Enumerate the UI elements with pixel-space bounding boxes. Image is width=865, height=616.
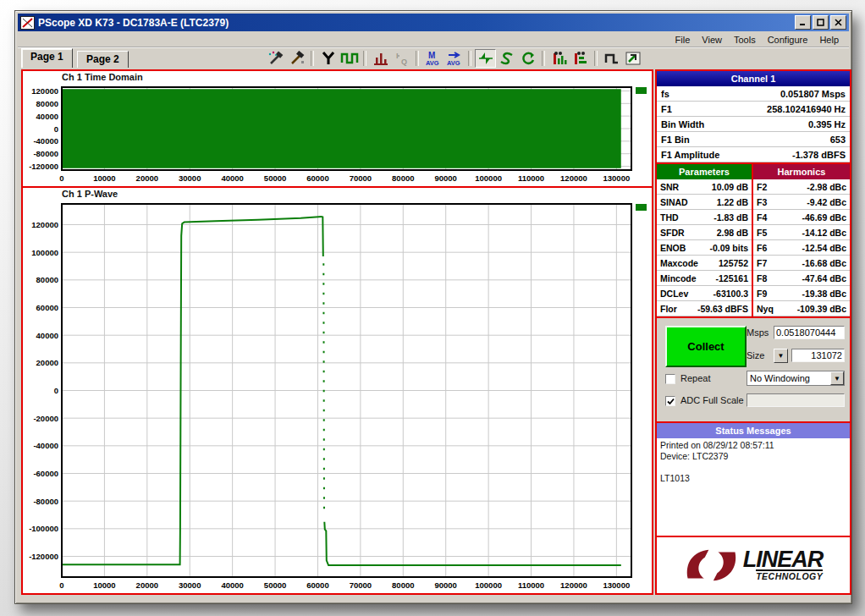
parameters-column: Parameters SNR10.09 dBSINAD1.22 dBTHD-1.… <box>657 164 753 316</box>
svg-text:-80000: -80000 <box>33 149 58 158</box>
size-label: Size <box>747 350 764 360</box>
bars-red-green-icon[interactable] <box>548 49 570 68</box>
filter-icon[interactable] <box>317 49 339 68</box>
iq-icon[interactable]: IQ <box>391 49 412 68</box>
svg-text:-80000: -80000 <box>33 497 58 506</box>
toolbar-separator <box>363 51 366 66</box>
param-row-snr-label: SNR <box>660 182 679 192</box>
export-icon[interactable] <box>622 49 643 68</box>
harmonic-row-f9-label: F9 <box>757 289 767 299</box>
right-panel: Channel 1 fs0.051807 MspsF1258.102416940… <box>655 69 851 595</box>
svg-text:0: 0 <box>54 386 58 395</box>
toolbar: IQMAVGAVG <box>265 48 643 68</box>
param-row-mincode-value: -125161 <box>715 273 748 283</box>
toolbar-separator <box>416 51 419 66</box>
channel1-row-f1-bin-value: 653 <box>830 135 846 145</box>
arrow-avg-icon[interactable]: AVG <box>444 49 465 68</box>
svg-text:-120000: -120000 <box>29 162 58 171</box>
param-row-dclev: DCLev-63100.3 <box>657 286 752 301</box>
svg-text:50000: 50000 <box>264 580 286 590</box>
svg-text:30000: 30000 <box>179 173 201 183</box>
tools-icon[interactable] <box>286 49 307 68</box>
repeat-checkbox[interactable] <box>665 374 675 384</box>
menu-view[interactable]: View <box>696 34 728 46</box>
adc-full-scale-input[interactable] <box>747 393 845 407</box>
harmonic-row-f6-label: F6 <box>757 243 767 253</box>
harmonic-row-f4: F4-46.69 dBc <box>753 210 850 225</box>
menu-file[interactable]: File <box>669 34 697 46</box>
menu-help[interactable]: Help <box>813 34 845 46</box>
toolbar-separator <box>542 51 545 66</box>
loop-icon[interactable] <box>517 49 538 68</box>
svg-text:90000: 90000 <box>434 580 456 590</box>
svg-text:-40000: -40000 <box>33 441 58 450</box>
harmonic-row-f6-value: -12.54 dBc <box>802 243 846 253</box>
svg-text:20000: 20000 <box>36 358 58 367</box>
parameters-rows: SNR10.09 dBSINAD1.22 dBTHD-1.83 dBSFDR2.… <box>657 179 752 316</box>
menu-configure[interactable]: Configure <box>762 34 814 46</box>
channel-color-legend <box>636 204 647 211</box>
channel-color-legend <box>636 87 647 94</box>
m-avg-icon[interactable]: MAVG <box>422 49 444 68</box>
time-domain-chart[interactable]: Ch 1 Time Domain 01000020000300004000050… <box>21 69 653 188</box>
pwave-display-icon[interactable] <box>475 49 496 68</box>
title-bar[interactable]: PScope XD K73 - DC1783A-E (LTC2379) <box>18 14 849 31</box>
minimize-button[interactable] <box>795 15 811 30</box>
param-row-dclev-value: -63100.3 <box>713 289 748 299</box>
harmonic-row-f2-value: -2.98 dBc <box>807 182 846 192</box>
charts-column: Ch 1 Time Domain 01000020000300004000050… <box>21 69 653 595</box>
svg-text:0: 0 <box>59 580 63 590</box>
square-wave-icon[interactable] <box>339 49 360 68</box>
param-row-maxcode-value: 125752 <box>719 258 748 268</box>
bars-green-red-icon[interactable] <box>570 49 591 68</box>
harmonic-row-f7-value: -16.68 dBc <box>802 258 846 268</box>
histogram-icon[interactable] <box>370 49 391 68</box>
collect-button[interactable]: Collect <box>665 326 747 367</box>
param-row-maxcode-label: Maxcode <box>660 258 698 268</box>
pwave-chart[interactable]: Ch 1 P-Wave 0100002000030000400005000060… <box>21 186 653 595</box>
param-row-enob-label: ENOB <box>660 243 686 253</box>
tab-page-2[interactable]: Page 2 <box>77 51 129 68</box>
chevron-down-icon[interactable]: ▼ <box>830 371 844 385</box>
svg-text:120000: 120000 <box>31 86 58 96</box>
channel1-section: Channel 1 fs0.051807 MspsF1258.102416940… <box>657 71 850 164</box>
desktop-background: PScope XD K73 - DC1783A-E (LTC2379) File… <box>0 0 865 616</box>
channel1-row-bin-width-value: 0.395 Hz <box>808 119 846 129</box>
size-input[interactable] <box>791 349 845 362</box>
check-icon <box>667 398 675 405</box>
harmonic-row-f9: F9-19.38 dBc <box>753 286 850 301</box>
menu-bar: FileViewToolsConfigureHelp <box>18 32 849 47</box>
maximize-button[interactable] <box>813 15 829 30</box>
msps-input[interactable] <box>774 326 845 339</box>
time-domain-chart-svg: 0100002000030000400005000060000700008000… <box>23 84 650 184</box>
harmonic-row-f4-value: -46.69 dBc <box>802 212 846 223</box>
harmonic-row-f3-label: F3 <box>757 197 767 207</box>
client-area: Ch 1 Time Domain 01000020000300004000050… <box>18 68 849 601</box>
svg-text:80000: 80000 <box>392 580 414 590</box>
adc-full-scale-checkbox[interactable] <box>665 396 675 406</box>
channel1-row-f1-amplitude-label: F1 Amplitude <box>661 150 719 160</box>
svg-text:10000: 10000 <box>93 580 115 590</box>
status-line: Printed on 08/29/12 08:57:11 <box>660 440 846 451</box>
status-section: Status Messages Printed on 08/29/12 08:5… <box>657 423 850 537</box>
channel1-header: Channel 1 <box>657 71 850 86</box>
menu-tools[interactable]: Tools <box>728 34 762 46</box>
pulse-icon[interactable] <box>601 49 622 68</box>
harmonic-row-f7: F7-16.68 dBc <box>753 256 850 271</box>
param-row-sinad: SINAD1.22 dB <box>657 195 752 210</box>
size-dropdown-button[interactable]: ▼ <box>774 349 788 363</box>
close-button[interactable] <box>830 15 846 30</box>
calibrate-icon[interactable] <box>265 49 286 68</box>
s-curve-icon[interactable] <box>496 49 517 68</box>
channel1-row-f1-amplitude-value: -1.378 dBFS <box>792 150 846 160</box>
channel1-row-bin-width: Bin Width0.395 Hz <box>657 117 850 132</box>
harmonics-column: Harmonics F2-2.98 dBcF3-9.42 dBcF4-46.69… <box>753 164 850 316</box>
windowing-select[interactable]: No Windowing ▼ <box>747 371 845 386</box>
harmonic-row-f4-label: F4 <box>757 212 767 223</box>
status-line: LT1013 <box>660 473 846 484</box>
svg-text:-100000: -100000 <box>29 524 58 533</box>
svg-text:100000: 100000 <box>31 248 58 257</box>
tab-page-1[interactable]: Page 1 <box>21 48 73 68</box>
svg-text:90000: 90000 <box>434 173 456 183</box>
harmonic-row-f3: F3-9.42 dBc <box>753 195 850 210</box>
